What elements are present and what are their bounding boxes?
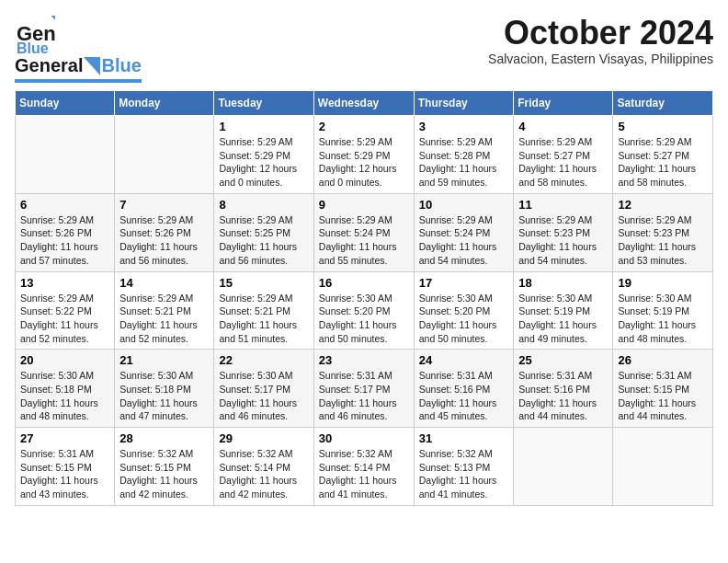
calendar-cell (115, 116, 214, 194)
day-number: 11 (518, 198, 608, 212)
day-info: Sunrise: 5:29 AMSunset: 5:21 PMDaylight:… (119, 292, 209, 346)
svg-marker-2 (51, 16, 55, 21)
day-info: Sunrise: 5:30 AMSunset: 5:20 PMDaylight:… (419, 292, 509, 346)
day-info: Sunrise: 5:29 AMSunset: 5:27 PMDaylight:… (618, 135, 708, 190)
header-monday: Monday (115, 91, 214, 116)
logo-icon: General Blue (15, 15, 55, 55)
calendar-cell: 23Sunrise: 5:31 AMSunset: 5:17 PMDayligh… (313, 350, 414, 428)
week-row-5: 27Sunrise: 5:31 AMSunset: 5:15 PMDayligh… (16, 428, 713, 506)
day-number: 17 (419, 276, 509, 290)
day-info: Sunrise: 5:30 AMSunset: 5:20 PMDaylight:… (319, 292, 409, 346)
week-row-2: 6Sunrise: 5:29 AMSunset: 5:26 PMDaylight… (16, 193, 713, 271)
day-info: Sunrise: 5:29 AMSunset: 5:28 PMDaylight:… (419, 135, 509, 190)
calendar-cell: 2Sunrise: 5:29 AMSunset: 5:29 PMDaylight… (313, 116, 414, 194)
logo-blue: Blue (101, 55, 141, 76)
calendar-cell: 5Sunrise: 5:29 AMSunset: 5:27 PMDaylight… (613, 116, 713, 194)
calendar-cell: 30Sunrise: 5:32 AMSunset: 5:14 PMDayligh… (313, 428, 414, 506)
calendar-cell: 1Sunrise: 5:29 AMSunset: 5:29 PMDaylight… (214, 116, 313, 194)
calendar-cell: 7Sunrise: 5:29 AMSunset: 5:26 PMDaylight… (115, 193, 214, 271)
day-number: 25 (518, 353, 608, 367)
day-info: Sunrise: 5:29 AMSunset: 5:29 PMDaylight:… (319, 135, 409, 190)
logo-underline (15, 79, 142, 83)
day-info: Sunrise: 5:29 AMSunset: 5:24 PMDaylight:… (319, 213, 409, 268)
day-number: 12 (618, 198, 708, 212)
month-title: October 2024 (488, 15, 713, 52)
week-row-3: 13Sunrise: 5:29 AMSunset: 5:22 PMDayligh… (16, 271, 713, 350)
day-info: Sunrise: 5:29 AMSunset: 5:26 PMDaylight:… (119, 213, 209, 268)
calendar-cell: 13Sunrise: 5:29 AMSunset: 5:22 PMDayligh… (16, 271, 115, 350)
calendar-cell: 16Sunrise: 5:30 AMSunset: 5:20 PMDayligh… (313, 271, 414, 350)
day-number: 21 (119, 353, 209, 367)
header-wednesday: Wednesday (313, 91, 414, 116)
calendar-cell: 19Sunrise: 5:30 AMSunset: 5:19 PMDayligh… (613, 271, 713, 350)
day-info: Sunrise: 5:32 AMSunset: 5:14 PMDaylight:… (219, 447, 308, 501)
calendar-cell: 25Sunrise: 5:31 AMSunset: 5:16 PMDayligh… (514, 350, 613, 428)
day-info: Sunrise: 5:29 AMSunset: 5:27 PMDaylight:… (518, 135, 608, 190)
day-number: 6 (20, 198, 109, 212)
header-tuesday: Tuesday (214, 91, 313, 116)
day-info: Sunrise: 5:30 AMSunset: 5:19 PMDaylight:… (518, 292, 608, 346)
day-number: 28 (119, 431, 209, 445)
day-info: Sunrise: 5:32 AMSunset: 5:15 PMDaylight:… (119, 447, 209, 501)
calendar-cell: 3Sunrise: 5:29 AMSunset: 5:28 PMDaylight… (414, 116, 514, 194)
day-number: 8 (219, 198, 308, 212)
day-number: 4 (518, 120, 608, 133)
day-number: 3 (419, 120, 509, 133)
day-number: 19 (618, 276, 708, 290)
calendar-cell: 14Sunrise: 5:29 AMSunset: 5:21 PMDayligh… (115, 271, 214, 350)
day-info: Sunrise: 5:32 AMSunset: 5:13 PMDaylight:… (419, 447, 509, 501)
calendar-cell (613, 428, 713, 506)
day-number: 24 (419, 353, 509, 367)
day-number: 31 (419, 431, 509, 445)
day-number: 27 (20, 431, 109, 445)
day-number: 20 (20, 353, 109, 367)
calendar-cell: 31Sunrise: 5:32 AMSunset: 5:13 PMDayligh… (414, 428, 514, 506)
day-info: Sunrise: 5:29 AMSunset: 5:29 PMDaylight:… (219, 135, 308, 190)
calendar-cell: 9Sunrise: 5:29 AMSunset: 5:24 PMDaylight… (313, 193, 414, 271)
calendar-cell (514, 428, 613, 506)
day-info: Sunrise: 5:29 AMSunset: 5:22 PMDaylight:… (20, 292, 109, 346)
day-info: Sunrise: 5:30 AMSunset: 5:18 PMDaylight:… (20, 369, 109, 423)
day-info: Sunrise: 5:31 AMSunset: 5:16 PMDaylight:… (518, 369, 608, 423)
calendar-cell: 11Sunrise: 5:29 AMSunset: 5:23 PMDayligh… (514, 193, 613, 271)
calendar-cell: 22Sunrise: 5:30 AMSunset: 5:17 PMDayligh… (214, 350, 313, 428)
day-number: 30 (319, 431, 409, 445)
day-number: 29 (219, 431, 308, 445)
day-number: 10 (419, 198, 509, 212)
day-number: 5 (618, 120, 708, 133)
day-number: 22 (219, 353, 308, 367)
day-info: Sunrise: 5:29 AMSunset: 5:21 PMDaylight:… (219, 292, 308, 346)
day-info: Sunrise: 5:29 AMSunset: 5:23 PMDaylight:… (518, 213, 608, 268)
day-number: 16 (319, 276, 409, 290)
header-saturday: Saturday (613, 91, 713, 116)
day-number: 18 (518, 276, 608, 290)
day-info: Sunrise: 5:29 AMSunset: 5:25 PMDaylight:… (219, 213, 308, 268)
day-number: 23 (319, 353, 409, 367)
week-row-1: 1Sunrise: 5:29 AMSunset: 5:29 PMDaylight… (16, 116, 713, 194)
day-number: 7 (119, 198, 209, 212)
calendar-cell: 29Sunrise: 5:32 AMSunset: 5:14 PMDayligh… (214, 428, 313, 506)
day-info: Sunrise: 5:31 AMSunset: 5:17 PMDaylight:… (319, 369, 409, 423)
day-info: Sunrise: 5:29 AMSunset: 5:23 PMDaylight:… (618, 213, 708, 268)
svg-text:Blue: Blue (17, 40, 49, 55)
day-number: 1 (219, 120, 308, 133)
day-info: Sunrise: 5:29 AMSunset: 5:26 PMDaylight:… (20, 213, 109, 268)
day-number: 13 (20, 276, 109, 290)
day-info: Sunrise: 5:31 AMSunset: 5:15 PMDaylight:… (618, 369, 708, 423)
calendar-cell: 12Sunrise: 5:29 AMSunset: 5:23 PMDayligh… (613, 193, 713, 271)
calendar-cell: 18Sunrise: 5:30 AMSunset: 5:19 PMDayligh… (514, 271, 613, 350)
calendar-cell: 17Sunrise: 5:30 AMSunset: 5:20 PMDayligh… (414, 271, 514, 350)
logo-general: General (15, 55, 83, 76)
logo-arrow-icon (84, 57, 100, 75)
calendar-header-row: SundayMondayTuesdayWednesdayThursdayFrid… (16, 91, 713, 116)
calendar-cell: 27Sunrise: 5:31 AMSunset: 5:15 PMDayligh… (16, 428, 115, 506)
calendar-cell: 28Sunrise: 5:32 AMSunset: 5:15 PMDayligh… (115, 428, 214, 506)
calendar-cell (16, 116, 115, 194)
page-header: General Blue General Blue October 2024 S… (15, 15, 713, 83)
calendar-cell: 15Sunrise: 5:29 AMSunset: 5:21 PMDayligh… (214, 271, 313, 350)
day-number: 26 (618, 353, 708, 367)
day-number: 14 (119, 276, 209, 290)
calendar-cell: 8Sunrise: 5:29 AMSunset: 5:25 PMDaylight… (214, 193, 313, 271)
day-info: Sunrise: 5:30 AMSunset: 5:17 PMDaylight:… (219, 369, 308, 423)
header-sunday: Sunday (16, 91, 115, 116)
